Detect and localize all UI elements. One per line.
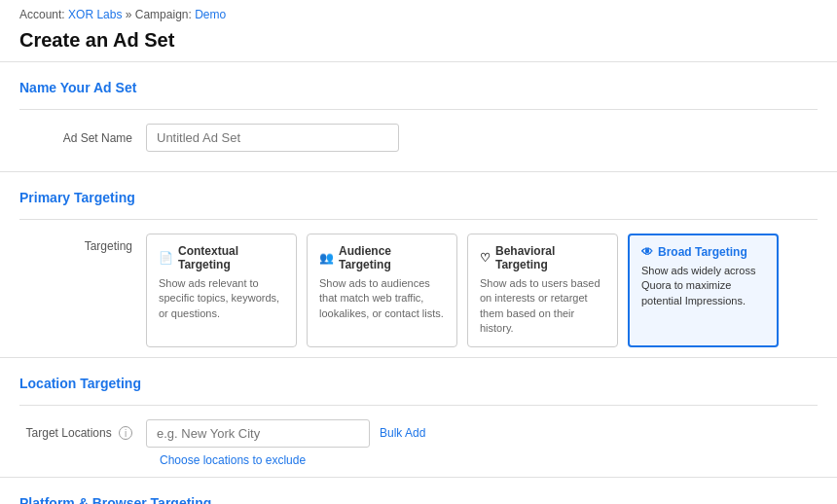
name-section: Name Your Ad Set Ad Set Name [0, 62, 837, 171]
broad-icon: 👁 [641, 245, 653, 259]
targeting-label: Targeting [19, 234, 146, 253]
contextual-card-desc: Show ads relevant to specific topics, ke… [159, 276, 284, 321]
choose-exclude-link[interactable]: Choose locations to exclude [160, 453, 818, 467]
broad-card-title: 👁 Broad Targeting [641, 245, 765, 259]
contextual-icon: 📄 [159, 251, 173, 265]
broad-card-desc: Show ads widely across Quora to maximize… [641, 264, 765, 308]
contextual-card-title: 📄 Contextual Targeting [159, 244, 284, 271]
page-title: Create an Ad Set [0, 25, 837, 61]
behavioral-card-title: ♡ Behavioral Targeting [480, 244, 605, 271]
targeting-card-audience[interactable]: 👥 Audience Targeting Show ads to audienc… [307, 234, 457, 347]
location-info-icon[interactable]: i [119, 426, 132, 440]
targeting-card-contextual[interactable]: 📄 Contextual Targeting Show ads relevant… [146, 234, 297, 347]
name-section-title: Name Your Ad Set [19, 80, 818, 95]
audience-card-title: 👥 Audience Targeting [319, 244, 445, 271]
platform-section-title: Platform & Browser Targeting [19, 495, 818, 504]
primary-targeting-divider [19, 219, 818, 220]
targeting-row: Targeting 📄 Contextual Targeting Show ad… [19, 234, 818, 347]
breadcrumb-campaign-link[interactable]: Demo [195, 8, 226, 21]
ad-set-name-input[interactable] [146, 124, 399, 152]
ad-set-name-row: Ad Set Name [19, 124, 818, 152]
primary-targeting-section: Primary Targeting Targeting 📄 Contextual… [0, 172, 837, 357]
ad-set-name-label: Ad Set Name [19, 131, 146, 145]
breadcrumb-account-link[interactable]: XOR Labs [68, 8, 122, 21]
targeting-cards: 📄 Contextual Targeting Show ads relevant… [146, 234, 779, 347]
breadcrumb-campaign-label: Campaign: [135, 8, 192, 21]
name-section-divider [19, 109, 818, 110]
targeting-card-behavioral[interactable]: ♡ Behavioral Targeting Show ads to users… [467, 234, 618, 347]
audience-icon: 👥 [319, 251, 334, 265]
location-row: Target Locations i Bulk Add [19, 419, 818, 448]
breadcrumb-account-label: Account: [19, 8, 65, 21]
bulk-add-link[interactable]: Bulk Add [380, 426, 425, 440]
primary-targeting-title: Primary Targeting [19, 190, 818, 205]
breadcrumb: Account: XOR Labs » Campaign: Demo [0, 0, 837, 25]
behavioral-icon: ♡ [480, 251, 491, 265]
location-label: Target Locations i [19, 426, 146, 441]
targeting-card-broad[interactable]: 👁 Broad Targeting Show ads widely across… [628, 234, 779, 347]
breadcrumb-separator: » [126, 8, 132, 21]
location-divider [19, 405, 818, 406]
behavioral-card-desc: Show ads to users based on interests or … [480, 276, 605, 337]
location-section-title: Location Targeting [19, 376, 818, 391]
platform-section: Platform & Browser Targeting Device Type… [0, 478, 837, 504]
location-section: Location Targeting Target Locations i Bu… [0, 358, 837, 477]
location-input[interactable] [146, 419, 370, 448]
audience-card-desc: Show ads to audiences that match web tra… [319, 276, 445, 321]
